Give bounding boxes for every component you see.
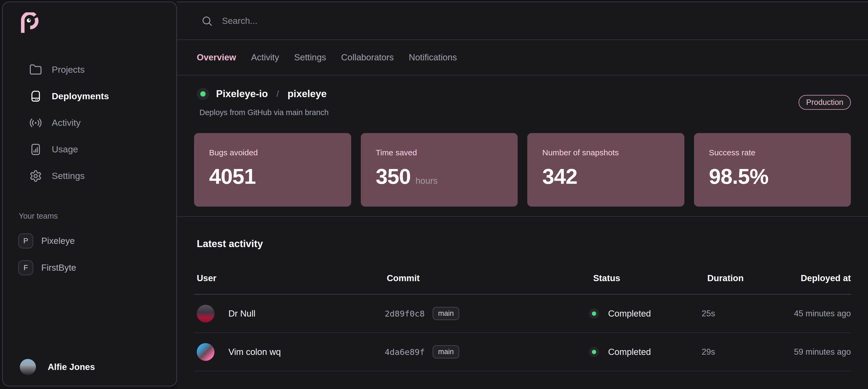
main-panel: Overview Activity Settings Collaborators… bbox=[177, 2, 868, 389]
team-name: Pixeleye bbox=[41, 236, 75, 246]
bar-chart-icon bbox=[29, 143, 42, 156]
stat-value: 4051 bbox=[209, 164, 256, 189]
overview-content: Pixeleye-io / pixeleye Deploys from GitH… bbox=[177, 76, 868, 389]
sidebar-item-usage[interactable]: Usage bbox=[3, 136, 176, 162]
sidebar-item-deployments[interactable]: Deployments bbox=[3, 83, 176, 110]
app-root: Projects Deployments bbox=[0, 0, 868, 389]
avatar bbox=[20, 359, 36, 375]
branch-badge: main bbox=[433, 345, 459, 358]
environment-badge: Production bbox=[799, 95, 851, 110]
sidebar-item-activity[interactable]: Activity bbox=[3, 110, 176, 136]
sidebar: Projects Deployments bbox=[2, 2, 177, 386]
branch-badge: main bbox=[433, 307, 459, 320]
status-dot bbox=[589, 308, 599, 319]
tab-overview[interactable]: Overview bbox=[197, 52, 236, 62]
stat-card-time-saved: Time saved 350 hours bbox=[361, 133, 518, 207]
search-icon bbox=[201, 15, 213, 27]
sidebar-nav: Projects Deployments bbox=[3, 56, 176, 189]
deployed-at-value: 59 minutes ago bbox=[794, 347, 851, 357]
tab-collaborators[interactable]: Collaborators bbox=[341, 52, 394, 62]
stat-label: Success rate bbox=[709, 148, 836, 157]
stat-label: Time saved bbox=[376, 148, 503, 157]
sidebar-item-projects[interactable]: Projects bbox=[3, 56, 176, 83]
status-label: Completed bbox=[608, 308, 651, 319]
commit-hash: 4da6e89f bbox=[385, 347, 425, 357]
stats-cards: Bugs avoided 4051 Time saved 350 hours N… bbox=[194, 133, 851, 207]
team-name: FirstByte bbox=[41, 263, 76, 273]
tab-settings[interactable]: Settings bbox=[294, 52, 326, 62]
project-status-dot bbox=[197, 88, 209, 100]
team-avatar: F bbox=[18, 260, 33, 275]
tab-bar: Overview Activity Settings Collaborators… bbox=[177, 40, 868, 76]
stat-suffix: hours bbox=[415, 176, 438, 186]
current-user-name: Alfie Jones bbox=[48, 362, 95, 372]
project-description: Deploys from GitHub via main branch bbox=[197, 108, 329, 117]
sidebar-item-label: Deployments bbox=[52, 91, 109, 101]
current-user-button[interactable]: Alfie Jones bbox=[3, 359, 176, 375]
avatar bbox=[197, 305, 214, 323]
column-header-deployed-at: Deployed at bbox=[801, 273, 851, 283]
sidebar-item-label: Settings bbox=[52, 171, 85, 181]
sidebar-item-label: Usage bbox=[52, 144, 78, 154]
stat-card-success-rate: Success rate 98.5% bbox=[694, 133, 851, 207]
column-header-user: User bbox=[197, 273, 387, 283]
folder-icon bbox=[29, 63, 42, 76]
avatar bbox=[197, 343, 214, 361]
breadcrumb-separator: / bbox=[276, 89, 279, 99]
project-name: pixeleye bbox=[288, 88, 327, 99]
table-header-row: User Commit Status Duration Deployed at bbox=[194, 273, 851, 295]
duration-value: 29s bbox=[702, 347, 794, 357]
column-header-status: Status bbox=[593, 273, 707, 283]
sidebar-item-settings[interactable]: Settings bbox=[3, 162, 176, 189]
sidebar-item-label: Projects bbox=[52, 64, 85, 75]
pixeleye-logo[interactable] bbox=[20, 12, 39, 34]
column-header-commit: Commit bbox=[387, 273, 593, 283]
team-item-pixeleye[interactable]: P Pixeleye bbox=[3, 228, 176, 254]
status-dot bbox=[589, 347, 599, 357]
stat-label: Bugs avoided bbox=[209, 148, 336, 157]
table-row[interactable]: Vim colon wq 4da6e89f main Completed 29s… bbox=[194, 333, 851, 371]
radio-waves-icon bbox=[29, 116, 42, 129]
section-divider bbox=[177, 216, 868, 217]
project-org: Pixeleye-io bbox=[216, 88, 268, 99]
search-bar bbox=[177, 2, 868, 40]
deployed-at-value: 45 minutes ago bbox=[794, 309, 851, 319]
tab-notifications[interactable]: Notifications bbox=[409, 52, 457, 62]
teams-section-label: Your teams bbox=[19, 212, 176, 220]
commit-hash: 2d89f0c8 bbox=[385, 309, 425, 319]
stat-value: 342 bbox=[542, 164, 577, 189]
column-header-duration: Duration bbox=[707, 273, 801, 283]
project-header: Pixeleye-io / pixeleye Deploys from GitH… bbox=[194, 76, 851, 117]
stat-label: Number of snapshots bbox=[542, 148, 669, 157]
sidebar-item-label: Activity bbox=[52, 118, 81, 128]
stat-card-snapshots: Number of snapshots 342 bbox=[527, 133, 684, 207]
gear-icon bbox=[29, 170, 42, 182]
stat-value: 350 bbox=[376, 164, 411, 189]
stat-card-bugs-avoided: Bugs avoided 4051 bbox=[194, 133, 351, 207]
search-input[interactable] bbox=[222, 16, 851, 26]
team-avatar: P bbox=[18, 233, 33, 248]
activity-table: User Commit Status Duration Deployed at … bbox=[194, 273, 851, 371]
table-row[interactable]: Dr Null 2d89f0c8 main Completed 25s 45 m… bbox=[194, 295, 851, 333]
duration-value: 25s bbox=[702, 309, 794, 319]
stat-value: 98.5% bbox=[709, 164, 769, 189]
row-user-name: Dr Null bbox=[228, 308, 255, 319]
hard-drive-icon bbox=[29, 90, 42, 103]
status-label: Completed bbox=[608, 347, 651, 357]
team-item-firstbyte[interactable]: F FirstByte bbox=[3, 254, 176, 281]
row-user-name: Vim colon wq bbox=[228, 347, 281, 357]
latest-activity-title: Latest activity bbox=[194, 238, 851, 249]
tab-activity[interactable]: Activity bbox=[251, 52, 279, 62]
